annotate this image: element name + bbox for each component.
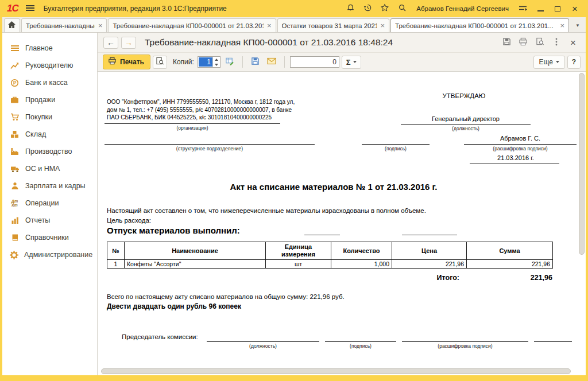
cell-name: Конфеты "Ассорти" (125, 260, 266, 269)
notifications-button[interactable] (344, 2, 357, 15)
underline (207, 341, 319, 342)
tab-requisition-doc-1[interactable]: Требование-накладная КП00-000001 от 21.0… (108, 18, 276, 32)
approver-name: Абрамов Г. С. (464, 135, 577, 142)
home-button[interactable] (4, 18, 20, 32)
print-button[interactable]: Печать (103, 55, 150, 69)
lines-arrow-icon (519, 5, 528, 13)
debit-credit-icon: ДтКт (10, 199, 20, 207)
print-toolbar: Печать Копий: 1 (98, 52, 586, 72)
current-user-button[interactable]: Абрамов Геннадий Сергеевич (416, 5, 509, 12)
close-window-button[interactable]: × (568, 2, 581, 15)
favorites-button[interactable] (378, 2, 391, 15)
tab-close-icon[interactable]: × (98, 22, 103, 29)
forward-button[interactable]: → (121, 37, 136, 49)
horizontal-scrollbar[interactable] (99, 368, 577, 374)
floppy-icon (502, 37, 511, 48)
sum-result-field[interactable] (290, 56, 339, 68)
minimize-button[interactable] (534, 2, 547, 15)
printer-icon (108, 57, 117, 67)
tab-stock-report[interactable]: Остатки товаров 31 марта 2021 г. × (277, 18, 389, 32)
tab-close-icon[interactable]: × (267, 22, 272, 29)
tab-close-icon[interactable]: × (380, 22, 385, 29)
cell-sum: 221,96 (467, 260, 553, 269)
maximize-button[interactable] (551, 2, 564, 15)
underline (534, 341, 572, 342)
sidebar-item-production[interactable]: Производство (2, 143, 97, 160)
copies-stepper[interactable]: 1 (198, 56, 220, 68)
organization-caption: (организация) (105, 125, 280, 131)
copies-value: 1 (199, 57, 212, 67)
print-preview-button[interactable] (153, 56, 167, 69)
arrow-right-icon: → (125, 38, 133, 46)
position-caption: (должность) (207, 343, 319, 349)
vertical-scrollbar[interactable] (579, 73, 585, 366)
window-menu-button[interactable] (550, 36, 563, 49)
sidebar-item-manager[interactable]: Руководителю (2, 57, 97, 74)
cell-number: 1 (107, 260, 125, 269)
sidebar-item-purchases[interactable]: Покупки (2, 108, 97, 126)
table-edit-icon (225, 57, 234, 67)
1c-logo: 1С (7, 3, 18, 14)
sidebar-item-reports[interactable]: Отчеты (2, 212, 97, 229)
search-button[interactable] (396, 2, 408, 15)
scrollbar-thumb[interactable] (579, 73, 585, 255)
chevron-down-icon: ▼ (575, 23, 580, 28)
tab-close-icon[interactable]: × (560, 22, 564, 29)
sidebar-item-administration[interactable]: Администрирование (2, 246, 97, 263)
tab-requisition-list[interactable]: Требования-накладные × (21, 18, 107, 32)
book-icon (10, 234, 20, 242)
total-value: 221,96 (459, 274, 552, 282)
underline (325, 341, 396, 342)
sidebar-item-operations[interactable]: ДтКт Операции (2, 195, 97, 212)
maximize-icon (555, 6, 560, 11)
sum-button[interactable]: Σ (342, 56, 361, 69)
back-button[interactable]: ← (103, 37, 118, 49)
more-button[interactable]: Еще (533, 56, 565, 69)
tab-overflow-button[interactable]: ▼ (571, 18, 584, 32)
underline (105, 144, 315, 145)
materials-table: № Наименование Единица измерения Количес… (107, 242, 553, 269)
chevron-down-icon (353, 61, 357, 63)
sidebar-item-warehouse[interactable]: Склад (2, 126, 97, 143)
print-icon-button[interactable] (516, 36, 530, 49)
service-menu-button[interactable] (517, 2, 529, 15)
floppy-blue-icon (251, 57, 260, 67)
sidebar-item-main[interactable]: Главное (2, 40, 97, 57)
summary-text: Всего по настоящему акту списано материа… (107, 293, 345, 300)
spinner-arrows-icon[interactable] (212, 57, 220, 67)
col-name: Наименование (125, 242, 266, 260)
sidebar-item-fixed-assets[interactable]: ОС и НМА (2, 160, 97, 177)
print-settings-button[interactable] (223, 56, 237, 69)
cell-price: 221,96 (392, 260, 467, 269)
bar-chart-icon (10, 216, 20, 224)
table-header-row: № Наименование Единица измерения Количес… (107, 242, 553, 260)
col-quantity: Количество (331, 242, 392, 260)
preview-icon-button[interactable] (533, 36, 547, 49)
person-icon (10, 182, 20, 190)
organization-info: ООО "Конфетпром", ИНН 7799555550, 121170… (107, 98, 295, 122)
save-file-button[interactable] (248, 56, 262, 69)
sidebar-item-directories[interactable]: Справочники (2, 229, 97, 246)
help-button[interactable]: ? (567, 56, 581, 69)
tab-requisition-doc-2[interactable]: Требование-накладная КП00-000001 от 21.0… (390, 18, 569, 32)
sidebar-item-salary-hr[interactable]: Зарплата и кадры (2, 177, 97, 195)
save-button[interactable] (500, 36, 513, 49)
titlebar: 1С Бухгалтерия предприятия, редакция 3.0… (2, 0, 586, 17)
send-email-button[interactable] (265, 56, 279, 69)
scrollbar-thumb[interactable] (101, 368, 571, 374)
boxes-icon (10, 130, 20, 138)
col-sum: Сумма (467, 242, 553, 260)
main-menu-button[interactable] (24, 2, 37, 15)
sidebar-item-sales[interactable]: Продажи (2, 91, 97, 108)
close-document-button[interactable]: × (566, 36, 580, 49)
chevron-down-icon (556, 61, 559, 63)
position-caption: (должность) (401, 126, 531, 131)
approve-date: 21.03.2016 г. (475, 154, 556, 161)
underline (402, 235, 457, 235)
envelope-icon (267, 57, 276, 67)
close-icon: × (570, 38, 576, 48)
home-icon (7, 21, 16, 30)
history-button[interactable] (361, 2, 374, 15)
app-title: Бухгалтерия предприятия, редакция 3.0 1С… (44, 5, 227, 13)
sidebar-item-bank-cash[interactable]: Банк и касса (2, 74, 97, 91)
